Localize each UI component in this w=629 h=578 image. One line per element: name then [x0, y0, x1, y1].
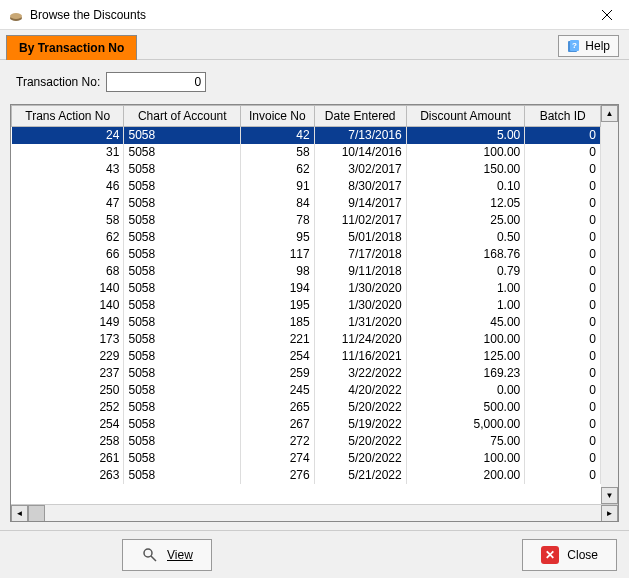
cell-invoice: 221 [241, 331, 315, 348]
cell-discount: 5.00 [406, 127, 525, 144]
table-row[interactable]: 685058989/11/20180.790 [12, 263, 601, 280]
cell-invoice: 254 [241, 348, 315, 365]
scroll-down-button[interactable]: ▼ [601, 487, 618, 504]
cell-trans: 43 [12, 161, 124, 178]
cell-date: 3/02/2017 [314, 161, 406, 178]
table-row[interactable]: 26150582745/20/2022100.000 [12, 450, 601, 467]
cell-batch: 0 [525, 365, 601, 382]
scroll-up-button[interactable]: ▲ [601, 105, 618, 122]
cell-trans: 47 [12, 195, 124, 212]
col-batch-id[interactable]: Batch ID [525, 106, 601, 127]
table-row[interactable]: 25850582725/20/202275.000 [12, 433, 601, 450]
cell-trans: 149 [12, 314, 124, 331]
cell-invoice: 259 [241, 365, 315, 382]
hscroll-track[interactable] [45, 505, 601, 522]
col-date-entered[interactable]: Date Entered [314, 106, 406, 127]
table-row[interactable]: 14050581951/30/20201.000 [12, 297, 601, 314]
col-chart-of-account[interactable]: Chart of Account [124, 106, 241, 127]
cell-discount: 45.00 [406, 314, 525, 331]
cell-discount: 500.00 [406, 399, 525, 416]
cell-invoice: 91 [241, 178, 315, 195]
table-row[interactable]: 625058955/01/20180.500 [12, 229, 601, 246]
table-row[interactable]: 25250582655/20/2022500.000 [12, 399, 601, 416]
cell-date: 8/30/2017 [314, 178, 406, 195]
cell-batch: 0 [525, 297, 601, 314]
table-row[interactable]: 173505822111/24/2020100.000 [12, 331, 601, 348]
table-row[interactable]: 245058427/13/20165.000 [12, 127, 601, 144]
table-row[interactable]: 229505825411/16/2021125.000 [12, 348, 601, 365]
col-discount-amount[interactable]: Discount Amount [406, 106, 525, 127]
titlebar: Browse the Discounts [0, 0, 629, 30]
table-row[interactable]: 23750582593/22/2022169.230 [12, 365, 601, 382]
cell-trans: 58 [12, 212, 124, 229]
cell-batch: 0 [525, 195, 601, 212]
table-row[interactable]: 475058849/14/201712.050 [12, 195, 601, 212]
hscroll-thumb[interactable] [28, 505, 45, 522]
cell-chart: 5058 [124, 161, 241, 178]
cell-invoice: 185 [241, 314, 315, 331]
cell-invoice: 78 [241, 212, 315, 229]
cell-trans: 173 [12, 331, 124, 348]
table-row[interactable]: 26350582765/21/2022200.000 [12, 467, 601, 484]
cell-trans: 68 [12, 263, 124, 280]
cell-discount: 75.00 [406, 433, 525, 450]
close-button[interactable]: ✕ Close [522, 539, 617, 571]
cell-chart: 5058 [124, 195, 241, 212]
table-row[interactable]: 3150585810/14/2016100.000 [12, 144, 601, 161]
footer: View ✕ Close [0, 530, 629, 578]
cell-date: 1/30/2020 [314, 280, 406, 297]
transaction-no-input[interactable] [106, 72, 206, 92]
cell-date: 11/16/2021 [314, 348, 406, 365]
cell-discount: 1.00 [406, 297, 525, 314]
cell-discount: 150.00 [406, 161, 525, 178]
cell-date: 7/17/2018 [314, 246, 406, 263]
cell-date: 9/14/2017 [314, 195, 406, 212]
cell-date: 5/20/2022 [314, 399, 406, 416]
cell-trans: 254 [12, 416, 124, 433]
cell-chart: 5058 [124, 178, 241, 195]
scroll-left-button[interactable]: ◄ [11, 505, 28, 522]
vscroll-track[interactable] [601, 122, 618, 487]
cell-trans: 31 [12, 144, 124, 161]
close-icon: ✕ [541, 546, 559, 564]
table-row[interactable]: 6650581177/17/2018168.760 [12, 246, 601, 263]
col-trans-action-no[interactable]: Trans Action No [12, 106, 124, 127]
cell-date: 5/20/2022 [314, 433, 406, 450]
cell-date: 5/19/2022 [314, 416, 406, 433]
cell-discount: 12.05 [406, 195, 525, 212]
table-row[interactable]: 435058623/02/2017150.000 [12, 161, 601, 178]
cell-batch: 0 [525, 433, 601, 450]
view-button[interactable]: View [122, 539, 212, 571]
cell-batch: 0 [525, 314, 601, 331]
cell-discount: 0.79 [406, 263, 525, 280]
cell-trans: 263 [12, 467, 124, 484]
cell-invoice: 117 [241, 246, 315, 263]
cell-chart: 5058 [124, 229, 241, 246]
cell-date: 5/20/2022 [314, 450, 406, 467]
cell-batch: 0 [525, 127, 601, 144]
cell-batch: 0 [525, 450, 601, 467]
table-row[interactable]: 14950581851/31/202045.000 [12, 314, 601, 331]
app-icon [8, 7, 24, 23]
cell-invoice: 95 [241, 229, 315, 246]
cell-discount: 0.10 [406, 178, 525, 195]
table-row[interactable]: 465058918/30/20170.100 [12, 178, 601, 195]
horizontal-scrollbar[interactable]: ◄ ► [11, 504, 618, 521]
cell-chart: 5058 [124, 212, 241, 229]
vertical-scrollbar[interactable]: ▲ ▼ [601, 105, 618, 504]
cell-chart: 5058 [124, 365, 241, 382]
help-button[interactable]: ? Help [558, 35, 619, 57]
tab-by-transaction-no[interactable]: By Transaction No [6, 35, 137, 60]
table-row[interactable]: 25450582675/19/20225,000.000 [12, 416, 601, 433]
scroll-right-button[interactable]: ► [601, 505, 618, 522]
cell-batch: 0 [525, 246, 601, 263]
cell-trans: 237 [12, 365, 124, 382]
table-row[interactable]: 5850587811/02/201725.000 [12, 212, 601, 229]
cell-date: 5/21/2022 [314, 467, 406, 484]
col-invoice-no[interactable]: Invoice No [241, 106, 315, 127]
window-close-button[interactable] [584, 0, 629, 30]
table-row[interactable]: 25050582454/20/20220.000 [12, 382, 601, 399]
cell-date: 3/22/2022 [314, 365, 406, 382]
table-row[interactable]: 14050581941/30/20201.000 [12, 280, 601, 297]
cell-date: 11/24/2020 [314, 331, 406, 348]
